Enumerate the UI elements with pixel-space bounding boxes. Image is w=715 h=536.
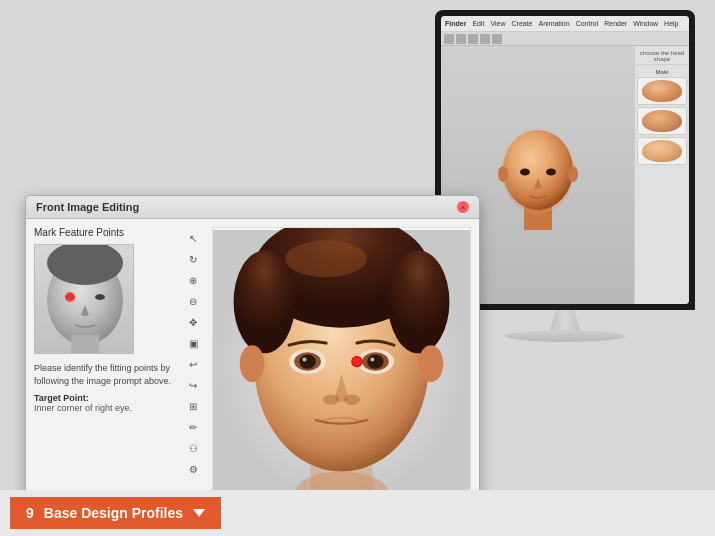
3d-head-container: [493, 120, 583, 230]
instruction-text: Please identify the fitting points by fo…: [34, 362, 174, 387]
target-point-desc: Inner corner of right eye.: [34, 403, 174, 413]
dialog-body: Mark Feature Points: [26, 219, 479, 508]
svg-point-13: [65, 292, 75, 302]
rotate-tool[interactable]: ↻: [184, 250, 202, 268]
target-point-label: Target Point:: [34, 393, 174, 403]
dialog-left-panel: Mark Feature Points: [34, 227, 174, 500]
dialog-titlebar: Front Image Editing ×: [26, 196, 479, 219]
svg-point-4: [520, 169, 530, 176]
menu-animation[interactable]: Animation: [539, 20, 570, 27]
profiles-count: 9: [26, 505, 34, 521]
bottom-bar: 9 Base Design Profiles: [0, 490, 715, 536]
toolbar-btn-5[interactable]: [492, 34, 502, 44]
pencil-tool[interactable]: ✏: [184, 418, 202, 436]
panel-item-2[interactable]: [637, 107, 687, 135]
panel-title: choose the head shape: [637, 50, 687, 65]
svg-point-6: [498, 166, 508, 182]
main-face-area: [212, 227, 471, 500]
svg-point-7: [568, 166, 578, 182]
3d-head-svg: [493, 120, 583, 230]
svg-point-20: [388, 251, 450, 354]
menu-render[interactable]: Render: [604, 20, 627, 27]
settings-tool[interactable]: ⚙: [184, 460, 202, 478]
select-rect-tool[interactable]: ▣: [184, 334, 202, 352]
menu-view[interactable]: View: [490, 20, 505, 27]
front-image-editing-dialog: Front Image Editing × Mark Feature Point…: [25, 195, 480, 536]
zoom-out-tool[interactable]: ⊖: [184, 292, 202, 310]
pointer-tool[interactable]: ↖: [184, 229, 202, 247]
section-title: Mark Feature Points: [34, 227, 174, 238]
svg-rect-10: [71, 335, 99, 354]
svg-point-31: [370, 357, 374, 361]
svg-point-26: [299, 354, 315, 368]
thumbnail-face-svg: [35, 245, 134, 354]
dialog-title: Front Image Editing: [36, 201, 139, 213]
svg-point-30: [367, 354, 383, 368]
body-tool[interactable]: ⚇: [184, 439, 202, 457]
toolbar-btn-3[interactable]: [468, 34, 478, 44]
menu-control[interactable]: Control: [576, 20, 599, 27]
svg-point-22: [240, 345, 265, 382]
svg-point-19: [234, 251, 296, 354]
undo-tool[interactable]: ↩: [184, 355, 202, 373]
arrow-down-icon: [193, 509, 205, 517]
svg-point-34: [352, 356, 362, 366]
svg-point-32: [323, 394, 339, 404]
menu-window[interactable]: Window: [633, 20, 658, 27]
panel-item-1[interactable]: [637, 77, 687, 105]
menu-finder[interactable]: Finder: [445, 20, 466, 27]
menu-edit[interactable]: Edit: [472, 20, 484, 27]
svg-point-12: [95, 294, 105, 300]
svg-point-21: [285, 240, 367, 277]
grid-tool[interactable]: ⊞: [184, 397, 202, 415]
pan-tool[interactable]: ✥: [184, 313, 202, 331]
menu-create[interactable]: Create: [512, 20, 533, 27]
profiles-label: Base Design Profiles: [44, 505, 183, 521]
dialog-close-button[interactable]: ×: [457, 201, 469, 213]
svg-point-27: [302, 357, 306, 361]
stand-neck: [550, 310, 580, 330]
side-panel: choose the head shape Male: [634, 46, 689, 304]
zoom-in-tool[interactable]: ⊕: [184, 271, 202, 289]
svg-point-5: [546, 169, 556, 176]
toolbar-btn-1[interactable]: [444, 34, 454, 44]
stand-base: [505, 330, 625, 342]
tool-icons-panel: ↖ ↻ ⊕ ⊖ ✥ ▣ ↩ ↪ ⊞ ✏ ⚇ ⚙: [182, 227, 204, 500]
face-thumbnail: [34, 244, 134, 354]
toolbar-btn-2[interactable]: [456, 34, 466, 44]
main-face-svg: [213, 228, 470, 499]
menu-help[interactable]: Help: [664, 20, 678, 27]
svg-point-33: [344, 394, 360, 404]
redo-tool[interactable]: ↪: [184, 376, 202, 394]
svg-point-23: [419, 345, 444, 382]
toolbar-btn-4[interactable]: [480, 34, 490, 44]
profiles-button[interactable]: 9 Base Design Profiles: [10, 497, 221, 529]
mac-app-toolbar: [441, 32, 689, 46]
panel-item-3[interactable]: [637, 137, 687, 165]
mac-menubar: Finder Edit View Create Animation Contro…: [441, 16, 689, 32]
gender-label: Male: [637, 69, 687, 75]
